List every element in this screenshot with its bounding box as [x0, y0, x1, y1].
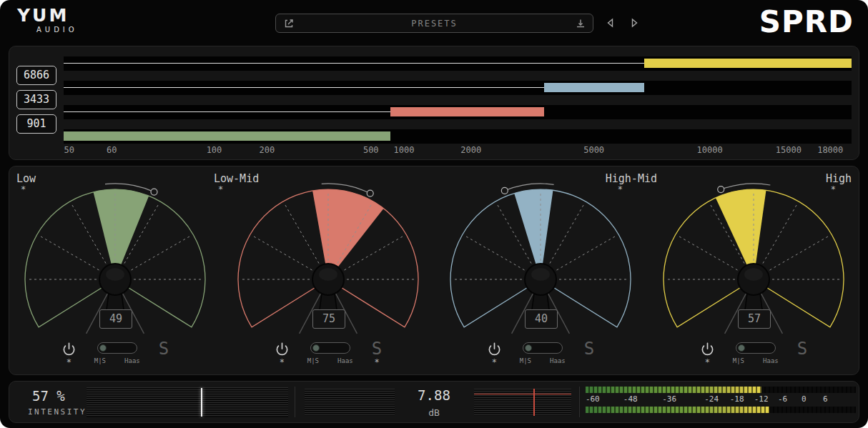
haas-label: Haas	[550, 357, 566, 364]
power-icon[interactable]	[62, 342, 76, 356]
intensity-value: 57 %	[32, 388, 65, 404]
db-cursor[interactable]	[533, 389, 535, 416]
ms-label: M|S	[733, 357, 744, 364]
band-label-star: *	[21, 184, 26, 194]
meter-lit-left	[586, 387, 761, 393]
crossover-line	[64, 87, 544, 88]
db-red-line	[474, 394, 571, 394]
band-segment[interactable]	[644, 59, 852, 68]
sprd-logo: SPRD	[759, 5, 854, 39]
header: YUM AUDIO PRESETS SPRD	[0, 0, 868, 46]
db-slider-left[interactable]	[305, 389, 395, 416]
spread-value[interactable]: 57	[738, 309, 771, 329]
power-icon[interactable]	[701, 342, 714, 356]
crossover-freq-box[interactable]: 901	[16, 114, 56, 134]
meter-tick: -48	[623, 394, 638, 404]
band-label: High	[826, 172, 852, 185]
toggle-knob	[738, 344, 745, 352]
ms-haas-toggle[interactable]	[310, 342, 350, 354]
crossover-freq-box[interactable]: 6866	[16, 66, 56, 85]
haas-label: Haas	[763, 357, 779, 364]
ms-label: M|S	[307, 357, 319, 364]
db-value: 7.88	[400, 387, 468, 403]
meter-lit-right	[586, 407, 769, 413]
crossover-freq-box[interactable]: 3433	[16, 90, 56, 109]
intensity-label: INTENSITY	[28, 407, 87, 417]
freq-tick: 10000	[697, 145, 723, 155]
spread-value[interactable]: 75	[312, 309, 345, 329]
band-label: High-Mid	[606, 172, 657, 185]
spectrum-row	[64, 81, 852, 95]
spectrum-row	[64, 129, 852, 144]
freq-axis: 5060100200500100020005000100001500018000	[64, 145, 852, 156]
meter-tick: 6	[823, 394, 828, 404]
meter-tick: -24	[704, 394, 719, 404]
freq-tick: 500	[363, 145, 379, 155]
intensity-cursor[interactable]	[201, 388, 202, 417]
next-preset-button[interactable]	[629, 17, 640, 29]
band-section-low: Low * 49 * M|S Haas	[9, 166, 222, 376]
footer-bar: 57 % INTENSITY 7.88 dB -60-48-36-24-18-1…	[9, 381, 859, 423]
band-label-star: *	[218, 184, 223, 194]
power-icon[interactable]	[275, 342, 289, 356]
band-segment[interactable]	[64, 131, 390, 141]
db-slider-right[interactable]	[474, 389, 571, 416]
spectrum-row	[64, 56, 852, 71]
freq-tick: 15000	[776, 145, 802, 155]
ms-haas-toggle[interactable]	[97, 342, 137, 354]
meter-scale: -60-48-36-24-18-12-606	[586, 394, 856, 404]
width-handle[interactable]	[501, 187, 508, 194]
footer-divider	[295, 387, 295, 417]
solo-button[interactable]: S	[372, 342, 382, 356]
power-icon[interactable]	[488, 342, 501, 356]
crossover-line	[64, 111, 390, 112]
width-handle[interactable]	[718, 186, 724, 193]
haas-label: Haas	[337, 357, 353, 364]
preset-label: PRESETS	[276, 19, 593, 29]
width-handle[interactable]	[151, 189, 157, 195]
band-segment[interactable]	[544, 83, 644, 92]
meter-tick: -36	[662, 394, 676, 404]
meter-bar-left	[586, 387, 856, 393]
freq-tick: 200	[259, 145, 275, 155]
meter-tick: -12	[754, 394, 769, 404]
band-label: Low	[16, 172, 36, 185]
width-handle[interactable]	[367, 190, 373, 196]
freq-tick: 100	[207, 145, 222, 155]
solo-button[interactable]: S	[584, 342, 594, 356]
import-preset-icon[interactable]	[575, 18, 586, 29]
freq-tick: 50	[64, 145, 74, 155]
spread-value[interactable]: 49	[99, 309, 132, 329]
meter-tick: -18	[730, 394, 744, 404]
solo-button[interactable]: S	[159, 342, 169, 356]
intensity-slider[interactable]	[87, 387, 288, 417]
preset-bar[interactable]: PRESETS	[275, 14, 593, 33]
toggle-knob	[99, 344, 107, 352]
solo-button[interactable]: S	[797, 342, 807, 356]
solo-star	[587, 359, 591, 366]
brand-logo: YUM AUDIO	[17, 6, 78, 35]
spread-value[interactable]: 40	[525, 309, 558, 329]
band-label-star: *	[618, 184, 623, 194]
power-star: *	[280, 359, 285, 366]
ms-label: M|S	[520, 357, 531, 364]
freq-tick: 1000	[394, 145, 415, 155]
power-star: *	[705, 359, 710, 366]
band-section-high-mid: High-Mid * 40 * M|S Haas	[435, 166, 647, 376]
ms-haas-toggle[interactable]	[736, 342, 776, 354]
solo-star: *	[374, 359, 379, 366]
band-segment[interactable]	[390, 107, 544, 116]
toggle-knob	[312, 344, 320, 352]
prev-preset-button[interactable]	[605, 17, 616, 29]
meter-tick: 0	[802, 394, 807, 404]
meter-tick: -60	[586, 394, 600, 404]
power-star: *	[492, 359, 497, 366]
haas-label: Haas	[124, 357, 140, 364]
bands-panel: Low * 49 * M|S Haas	[9, 166, 859, 375]
ms-haas-toggle[interactable]	[523, 342, 563, 354]
freq-tick: 60	[107, 145, 117, 155]
width-handle-arc	[721, 184, 770, 189]
solo-star	[162, 359, 166, 366]
band-label-star: *	[831, 184, 836, 194]
freq-tick: 2000	[460, 145, 481, 155]
